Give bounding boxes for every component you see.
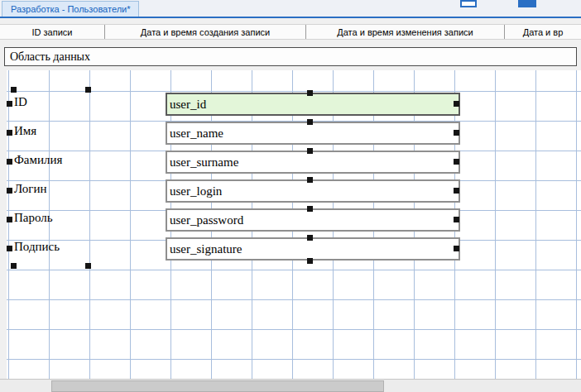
selection-handle[interactable]: [85, 87, 91, 93]
design-field[interactable]: user_login: [166, 179, 460, 203]
design-field[interactable]: user_surname: [166, 151, 460, 174]
selection-handle[interactable]: [7, 217, 12, 222]
design-field[interactable]: user_signature: [166, 237, 460, 261]
selection-handle[interactable]: [454, 217, 459, 222]
data-column-header-row: ID записи Дата и время создания записи Д…: [0, 24, 581, 40]
selection-handle[interactable]: [11, 263, 17, 269]
design-field-selected[interactable]: user_id: [166, 93, 460, 116]
selection-handle[interactable]: [307, 235, 313, 241]
tab-bar: Разработка - Пользователи*: [0, 0, 581, 18]
selection-handle[interactable]: [7, 101, 12, 107]
selection-handle[interactable]: [307, 258, 313, 264]
column-header-modified[interactable]: Дата и время изменения записи: [305, 25, 504, 39]
selection-handle[interactable]: [307, 177, 313, 183]
horizontal-scrollbar[interactable]: [0, 379, 581, 392]
selection-handle[interactable]: [7, 246, 12, 251]
design-field[interactable]: user_name: [166, 122, 460, 145]
toolbar-fragment-outline[interactable]: [460, 0, 477, 7]
design-label[interactable]: Фамилия: [14, 153, 62, 167]
column-header-id[interactable]: ID записи: [0, 25, 104, 39]
designer-window: Разработка - Пользователи* ID записи Дат…: [0, 0, 581, 392]
design-field[interactable]: user_password: [166, 208, 460, 232]
selection-handle[interactable]: [7, 130, 12, 136]
design-label[interactable]: ID: [14, 95, 27, 109]
design-label[interactable]: Подпись: [14, 240, 60, 254]
design-label[interactable]: Пароль: [14, 211, 53, 225]
selection-handle[interactable]: [307, 148, 313, 154]
band-header-data-area[interactable]: Область данных: [4, 47, 577, 66]
tab-development-users[interactable]: Разработка - Пользователи*: [2, 1, 139, 17]
selection-handle[interactable]: [85, 263, 91, 269]
selection-handle[interactable]: [454, 130, 459, 136]
column-header-created[interactable]: Дата и время создания записи: [104, 25, 305, 39]
toolbar-fragment-solid[interactable]: [518, 0, 536, 7]
design-label[interactable]: Логин: [14, 182, 47, 196]
column-header-truncated[interactable]: Дата и вр: [504, 25, 581, 39]
selection-handle[interactable]: [7, 188, 12, 194]
selection-handle[interactable]: [7, 159, 12, 165]
design-label[interactable]: Имя: [14, 124, 36, 138]
selection-handle[interactable]: [454, 246, 459, 251]
selection-handle[interactable]: [454, 188, 459, 194]
selection-handle[interactable]: [307, 206, 313, 212]
selection-handle[interactable]: [307, 119, 313, 125]
horizontal-scrollbar-thumb[interactable]: [51, 380, 384, 392]
selection-handle[interactable]: [454, 101, 459, 107]
selection-handle[interactable]: [11, 87, 17, 93]
selection-handle[interactable]: [307, 90, 313, 96]
selection-handle[interactable]: [454, 159, 459, 165]
